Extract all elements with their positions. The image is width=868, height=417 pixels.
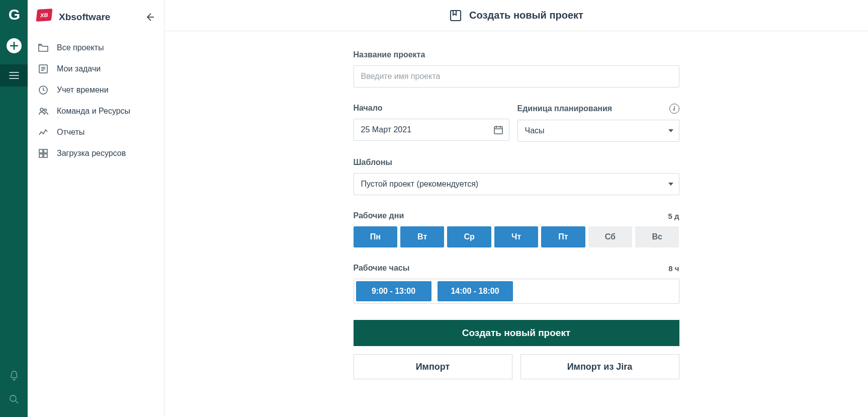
project-name-label: Название проекта	[354, 50, 679, 59]
day-toggle[interactable]: Ср	[447, 226, 491, 247]
notifications-icon[interactable]	[9, 370, 19, 381]
svg-point-0	[10, 395, 16, 401]
create-project-button[interactable]: Создать новый проект	[354, 320, 679, 346]
svg-rect-5	[39, 149, 43, 153]
svg-rect-8	[44, 154, 47, 157]
day-toggle[interactable]: Чт	[494, 226, 538, 247]
sidebar-item-label: Загрузка ресурсов	[57, 149, 126, 158]
day-toggle[interactable]: Пн	[354, 226, 397, 247]
project-icon	[449, 9, 462, 22]
svg-rect-6	[44, 149, 47, 153]
main-area: Создать новый проект Название проекта На…	[164, 0, 868, 417]
workspace-name: Xbsoftware	[59, 12, 139, 23]
day-toggle[interactable]: Пт	[541, 226, 585, 247]
project-name-input[interactable]	[354, 65, 679, 88]
sidebar: XB Xbsoftware Все проекты Мои задачи Уче…	[28, 0, 164, 417]
work-days-count: 5 д	[668, 212, 679, 220]
sidebar-item-label: Все проекты	[57, 43, 104, 52]
work-hours-row[interactable]: 9:00 - 13:0014:00 - 18:00	[354, 279, 679, 304]
day-toggle[interactable]: Вс	[635, 226, 679, 247]
work-hours-count: 8 ч	[668, 264, 679, 273]
sidebar-item-reports[interactable]: Отчеты	[28, 122, 164, 143]
sidebar-item-team-resources[interactable]: Команда и Ресурсы	[28, 101, 164, 122]
search-icon[interactable]	[9, 394, 19, 404]
start-date-input[interactable]	[354, 119, 509, 141]
svg-point-4	[44, 109, 47, 112]
clock-icon	[38, 85, 49, 96]
work-days-label: Рабочие дни	[354, 211, 404, 220]
sidebar-item-label: Команда и Ресурсы	[57, 107, 130, 116]
start-date-label: Начало	[354, 104, 509, 113]
import-button[interactable]: Импорт	[354, 354, 512, 379]
day-toggle[interactable]: Сб	[588, 226, 632, 247]
templates-label: Шаблоны	[354, 158, 679, 167]
app-rail: G	[0, 0, 28, 417]
hour-block[interactable]: 9:00 - 13:00	[356, 281, 431, 301]
day-toggle[interactable]: Вт	[400, 226, 444, 247]
import-jira-button[interactable]: Импорт из Jira	[520, 354, 679, 379]
sidebar-item-label: Отчеты	[57, 128, 84, 137]
svg-rect-7	[39, 154, 43, 157]
add-button[interactable]	[7, 38, 22, 53]
sidebar-item-my-tasks[interactable]: Мои задачи	[28, 58, 164, 79]
hour-block[interactable]: 14:00 - 18:00	[438, 281, 513, 301]
people-icon	[38, 106, 49, 117]
sidebar-item-resource-load[interactable]: Загрузка ресурсов	[28, 143, 164, 164]
sidebar-item-all-projects[interactable]: Все проекты	[28, 37, 164, 58]
work-hours-label: Рабочие часы	[354, 264, 410, 273]
chart-icon	[38, 127, 49, 138]
sidebar-item-label: Учет времени	[57, 86, 109, 95]
planning-unit-select[interactable]	[517, 120, 679, 142]
page-title: Создать новый проект	[469, 10, 583, 21]
hamburger-menu-button[interactable]	[0, 64, 28, 87]
grid-icon	[38, 148, 49, 159]
folder-icon	[38, 42, 49, 53]
collapse-sidebar-icon[interactable]	[145, 12, 155, 22]
sidebar-item-time-tracking[interactable]: Учет времени	[28, 79, 164, 101]
svg-point-3	[40, 108, 43, 111]
info-icon[interactable]: i	[669, 104, 679, 114]
app-logo: G	[9, 6, 19, 23]
list-icon	[38, 63, 49, 74]
workspace-logo: XB	[37, 9, 53, 25]
sidebar-item-label: Мои задачи	[57, 64, 101, 73]
topbar: Создать новый проект	[164, 0, 868, 31]
planning-unit-label: Единица планирования	[517, 104, 613, 113]
template-select[interactable]	[354, 173, 679, 195]
